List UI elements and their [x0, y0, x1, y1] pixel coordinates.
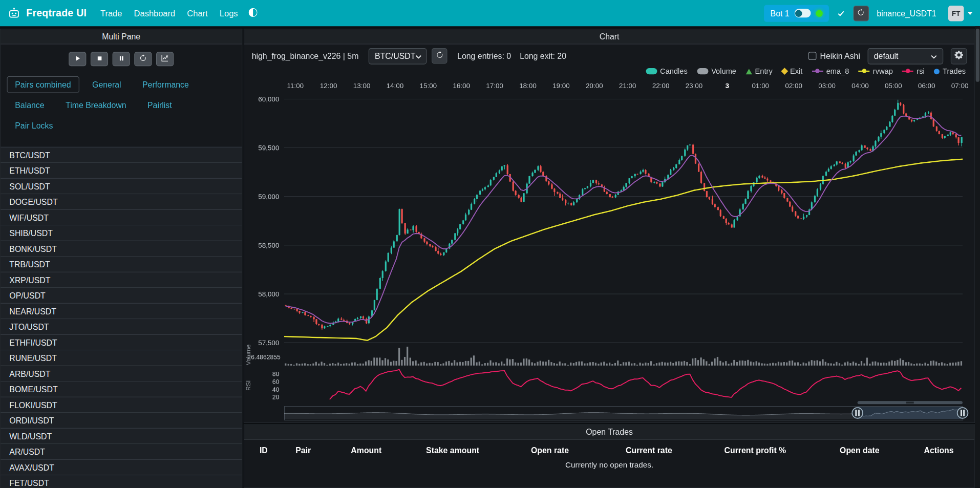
tab-performance[interactable]: Performance [134, 76, 197, 93]
check-icon [837, 9, 845, 17]
chart-refresh-button[interactable] [432, 48, 448, 64]
pair-select-value: BTC/USDT [375, 51, 415, 60]
legend-item-rvwap[interactable]: rvwap [859, 67, 893, 76]
clear-chart-button[interactable] [156, 52, 174, 66]
pair-row[interactable]: AVAX/USDT [1, 460, 242, 476]
rvwap-swatch-icon [859, 71, 870, 72]
global-refresh-button[interactable] [853, 5, 869, 21]
pair-row[interactable]: FET/USDT [1, 475, 242, 487]
pair-row[interactable]: TRB/USDT [1, 257, 242, 272]
column-header-amount: Amount [328, 442, 404, 459]
top-navbar: Freqtrade UI TradeDashboardChartLogs Bot… [0, 0, 980, 26]
pair-row[interactable]: AR/USDT [1, 444, 242, 460]
bot-toggle-switch[interactable] [794, 9, 811, 17]
refresh-icon [436, 51, 443, 60]
heikin-ashi-checkbox[interactable] [808, 52, 816, 60]
pair-row[interactable]: SOL/USDT [1, 179, 242, 195]
column-header-current-rate: Current rate [599, 442, 699, 459]
multi-pane-header: Multi Pane [1, 29, 242, 44]
legend-item-volume[interactable]: Volume [697, 67, 736, 76]
legend-item-trades[interactable]: Trades [934, 67, 966, 76]
plot-settings-button[interactable] [951, 48, 967, 64]
stop-button[interactable] [91, 52, 108, 66]
nav-links: TradeDashboardChartLogs [100, 8, 238, 17]
open-trades-columns: IDPairAmountStake amountOpen rateCurrent… [244, 442, 974, 459]
pair-row[interactable]: XRP/USDT [1, 272, 242, 288]
pair-row[interactable]: ORDI/USDT [1, 413, 242, 429]
open-trades-header: Open Trades [244, 425, 974, 440]
main-layout: Multi Pane Pairs combinedGeneralPerforma… [0, 26, 980, 488]
trades-swatch-icon [934, 69, 940, 74]
nav-link-logs[interactable]: Logs [220, 8, 238, 17]
nav-link-chart[interactable]: Chart [187, 8, 207, 17]
pair-row[interactable]: BONK/USDT [1, 241, 242, 257]
pair-row[interactable]: ETHFI/USDT [1, 335, 242, 351]
bot-name: Bot 1 [771, 8, 790, 17]
column-header-id: ID [249, 442, 278, 459]
pair-row[interactable]: DOGE/USDT [1, 194, 242, 210]
legend-label: Entry [755, 67, 773, 76]
tab-pairlist[interactable]: Pairlist [139, 97, 180, 114]
chart-toolbar: high_frog_binance_v226 | 5m BTC/USDT Lon… [244, 48, 974, 65]
pair-row[interactable]: SHIB/USDT [1, 225, 242, 241]
no-open-trades-message: Currently no open trades. [244, 458, 974, 473]
chart-toolbar-right: Heikin Ashi default [808, 48, 967, 64]
freqtrade-logo-icon [8, 7, 21, 20]
tab-balance[interactable]: Balance [7, 97, 52, 114]
pause-button[interactable] [113, 52, 130, 66]
pair-row[interactable]: ETH/USDT [1, 163, 242, 179]
clear-chart-icon [161, 54, 169, 63]
nav-link-trade[interactable]: Trade [100, 8, 122, 17]
legend-item-ema-8[interactable]: ema_8 [812, 67, 849, 76]
pair-row[interactable]: JTO/USDT [1, 319, 242, 335]
pair-select[interactable]: BTC/USDT [369, 48, 427, 64]
play-icon [74, 54, 81, 63]
legend-item-exit[interactable]: Exit [782, 67, 802, 76]
rsi-swatch-icon [902, 71, 913, 72]
legend-item-entry[interactable]: Entry [745, 67, 772, 76]
chevron-down-icon [931, 51, 937, 60]
legend-label: Trades [943, 67, 966, 76]
candles-swatch-icon [646, 68, 657, 74]
reload-button[interactable] [134, 52, 152, 66]
b ot-selector[interactable]: Bot 1 [764, 5, 828, 22]
candlestick-chart[interactable] [244, 77, 974, 423]
theme-toggle-button[interactable] [248, 8, 257, 18]
user-menu[interactable]: FT [948, 5, 973, 21]
bot-exchange-label: binance_USDT1 [877, 8, 936, 17]
play-button[interactable] [69, 52, 86, 66]
legend-label: rsi [917, 67, 924, 76]
column-header-stake-amount: Stake amount [404, 442, 501, 459]
pair-row[interactable]: NEAR/USDT [1, 304, 242, 320]
tab-pairs-combined[interactable]: Pairs combined [7, 76, 79, 93]
long-entries-label: Long entries: 0 [457, 51, 511, 60]
tab-pair-locks[interactable]: Pair Locks [7, 117, 61, 134]
legend-label: Exit [790, 67, 802, 76]
pair-row[interactable]: BTC/USDT [1, 147, 242, 163]
column-header-actions: Actions [908, 442, 970, 459]
chevron-down-icon [415, 51, 421, 60]
app-title: Freqtrade UI [26, 8, 87, 19]
page-scrollbar[interactable] [975, 26, 980, 488]
tab-general[interactable]: General [84, 76, 129, 93]
nav-link-dashboard[interactable]: Dashboard [134, 8, 176, 17]
column-header-open-date: Open date [811, 442, 908, 459]
pair-row[interactable]: WLD/USDT [1, 429, 242, 444]
plot-config-select[interactable]: default [868, 48, 944, 64]
pair-row[interactable]: RUNE/USDT [1, 350, 242, 366]
pair-row[interactable]: BOME/USDT [1, 381, 242, 397]
chart-panel-header: Chart [244, 29, 974, 44]
pair-row[interactable]: ARB/USDT [1, 366, 242, 382]
pair-row[interactable]: WIF/USDT [1, 210, 242, 226]
legend-item-candles[interactable]: Candles [646, 67, 688, 76]
scrollbar-thumb[interactable] [976, 29, 979, 82]
legend-item-rsi[interactable]: rsi [902, 67, 925, 76]
heikin-ashi-label: Heikin Ashi [820, 51, 860, 60]
stop-icon [96, 54, 102, 63]
tab-time-breakdown[interactable]: Time Breakdown [57, 97, 134, 114]
legend-label: Volume [711, 67, 736, 76]
pair-row[interactable]: FLOKI/USDT [1, 397, 242, 413]
ema-8-swatch-icon [812, 71, 823, 72]
avatar: FT [948, 5, 964, 21]
pair-row[interactable]: OP/USDT [1, 288, 242, 304]
